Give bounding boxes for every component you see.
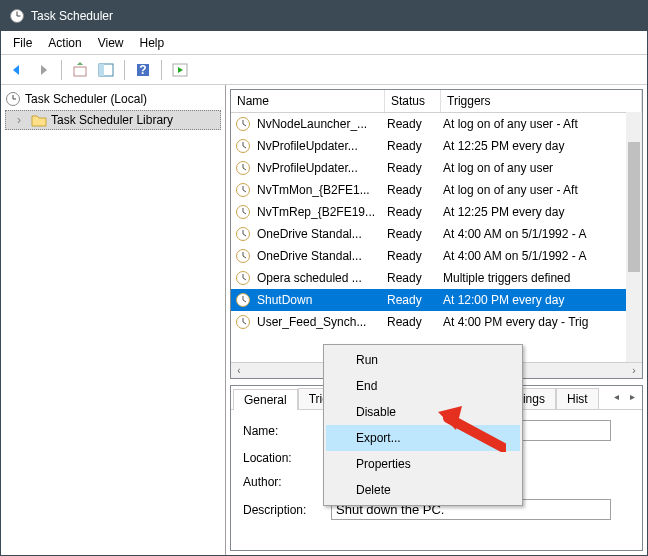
tab-scroll-left-icon[interactable]: ◂ (608, 388, 624, 404)
task-name: NvTmRep_{B2FE19... (253, 205, 383, 219)
table-row[interactable]: NvNodeLauncher_...ReadyAt log on of any … (231, 113, 642, 135)
task-name: NvProfileUpdater... (253, 161, 383, 175)
table-row[interactable]: NvProfileUpdater...ReadyAt log on of any… (231, 157, 642, 179)
context-menu-item[interactable]: Properties (326, 451, 520, 477)
clock-icon (235, 270, 251, 286)
task-name: OneDrive Standal... (253, 249, 383, 263)
titlebar: Task Scheduler (1, 1, 647, 31)
show-hide-tree-button[interactable] (94, 58, 118, 82)
col-status[interactable]: Status (385, 90, 441, 112)
task-triggers: At log on of any user (439, 161, 642, 175)
clock-icon (235, 248, 251, 264)
table-row[interactable]: User_Feed_Synch...ReadyAt 4:00 PM every … (231, 311, 642, 333)
tree-root-label: Task Scheduler (Local) (25, 92, 147, 106)
task-name: ShutDown (253, 293, 383, 307)
tree-library-node[interactable]: › Task Scheduler Library (5, 110, 221, 130)
clock-icon (5, 91, 21, 107)
clock-icon (235, 138, 251, 154)
clock-icon (235, 182, 251, 198)
task-name: NvNodeLauncher_... (253, 117, 383, 131)
clock-icon (235, 116, 251, 132)
task-list-body: NvNodeLauncher_...ReadyAt log on of any … (231, 113, 642, 362)
task-list: Name Status Triggers NvNodeLauncher_...R… (230, 89, 643, 379)
task-triggers: At 4:00 AM on 5/1/1992 - A (439, 249, 642, 263)
task-status: Ready (383, 227, 439, 241)
tree-panel: Task Scheduler (Local) › Task Scheduler … (1, 85, 226, 555)
task-name: NvProfileUpdater... (253, 139, 383, 153)
vertical-scrollbar[interactable] (626, 112, 642, 362)
location-label: Location: (243, 451, 331, 465)
table-row[interactable]: Opera scheduled ...ReadyMultiple trigger… (231, 267, 642, 289)
task-list-header: Name Status Triggers (231, 90, 642, 113)
tab-general[interactable]: General (233, 389, 298, 410)
forward-button[interactable] (31, 58, 55, 82)
context-menu-item[interactable]: Export... (326, 425, 520, 451)
help-button[interactable]: ? (131, 58, 155, 82)
scroll-right-icon[interactable]: › (626, 363, 642, 379)
tab-history[interactable]: Hist (556, 388, 599, 409)
svg-rect-5 (99, 64, 104, 76)
task-name: Opera scheduled ... (253, 271, 383, 285)
context-menu-item[interactable]: End (326, 373, 520, 399)
task-triggers: At 12:00 PM every day (439, 293, 642, 307)
folder-icon (31, 112, 47, 128)
back-button[interactable] (5, 58, 29, 82)
run-button[interactable] (168, 58, 192, 82)
toolbar-separator (124, 60, 125, 80)
tab-scroll-right-icon[interactable]: ▸ (624, 388, 640, 404)
toolbar: ? (1, 55, 647, 85)
context-menu-item[interactable]: Disable (326, 399, 520, 425)
svg-text:?: ? (139, 63, 146, 77)
task-status: Ready (383, 271, 439, 285)
task-triggers: At 12:25 PM every day (439, 205, 642, 219)
tree-root-node[interactable]: Task Scheduler (Local) (5, 89, 221, 109)
menu-view[interactable]: View (90, 34, 132, 52)
col-triggers[interactable]: Triggers (441, 90, 642, 112)
task-name: User_Feed_Synch... (253, 315, 383, 329)
context-menu-item[interactable]: Delete (326, 477, 520, 503)
table-row[interactable]: NvTmMon_{B2FE1...ReadyAt log on of any u… (231, 179, 642, 201)
context-menu: RunEndDisableExport...PropertiesDelete (323, 344, 523, 506)
task-triggers: At log on of any user - Aft (439, 117, 642, 131)
task-status: Ready (383, 161, 439, 175)
clock-icon (235, 314, 251, 330)
scroll-thumb[interactable] (628, 142, 640, 272)
clock-icon (235, 204, 251, 220)
table-row[interactable]: NvProfileUpdater...ReadyAt 12:25 PM ever… (231, 135, 642, 157)
author-label: Author: (243, 475, 331, 489)
toolbar-separator (61, 60, 62, 80)
menu-file[interactable]: File (5, 34, 40, 52)
tab-nav: ◂ ▸ (608, 388, 640, 409)
menu-action[interactable]: Action (40, 34, 89, 52)
task-status: Ready (383, 249, 439, 263)
task-name: OneDrive Standal... (253, 227, 383, 241)
task-triggers: At 4:00 PM every day - Trig (439, 315, 642, 329)
task-triggers: At log on of any user - Aft (439, 183, 642, 197)
table-row[interactable]: OneDrive Standal...ReadyAt 4:00 AM on 5/… (231, 245, 642, 267)
clock-icon (235, 160, 251, 176)
svg-rect-3 (74, 67, 86, 76)
task-triggers: Multiple triggers defined (439, 271, 642, 285)
tree-library-label: Task Scheduler Library (51, 113, 173, 127)
task-status: Ready (383, 183, 439, 197)
table-row[interactable]: ShutDownReadyAt 12:00 PM every day (231, 289, 642, 311)
name-label: Name: (243, 424, 331, 438)
clock-icon (235, 292, 251, 308)
task-triggers: At 12:25 PM every day (439, 139, 642, 153)
clock-icon (235, 226, 251, 242)
col-name[interactable]: Name (231, 90, 385, 112)
table-row[interactable]: OneDrive Standal...ReadyAt 4:00 AM on 5/… (231, 223, 642, 245)
window-title: Task Scheduler (31, 9, 113, 23)
app-icon (9, 8, 25, 24)
up-button[interactable] (68, 58, 92, 82)
context-menu-item[interactable]: Run (326, 347, 520, 373)
menu-help[interactable]: Help (132, 34, 173, 52)
task-status: Ready (383, 315, 439, 329)
expand-caret-icon[interactable]: › (17, 113, 27, 127)
task-status: Ready (383, 205, 439, 219)
task-name: NvTmMon_{B2FE1... (253, 183, 383, 197)
task-status: Ready (383, 293, 439, 307)
table-row[interactable]: NvTmRep_{B2FE19...ReadyAt 12:25 PM every… (231, 201, 642, 223)
task-status: Ready (383, 117, 439, 131)
scroll-left-icon[interactable]: ‹ (231, 363, 247, 379)
